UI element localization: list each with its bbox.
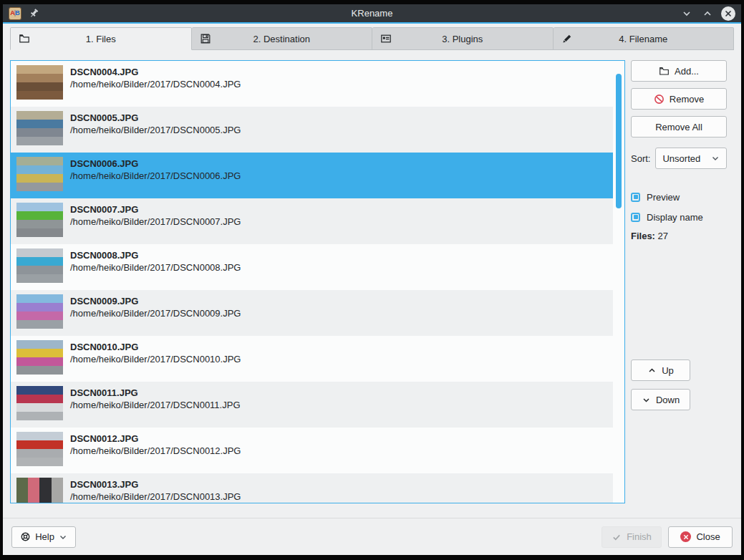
file-path: /home/heiko/Bilder/2017/DSCN0004.JPG bbox=[70, 78, 241, 90]
tab-files-label: 1. Files bbox=[11, 34, 191, 44]
file-name: DSCN0004.JPG bbox=[70, 66, 241, 78]
chevron-up-icon bbox=[647, 366, 657, 375]
tab-filename[interactable]: 4. Filename bbox=[554, 27, 735, 50]
file-name: DSCN0013.JPG bbox=[70, 478, 241, 491]
file-list[interactable]: DSCN0004.JPG/home/heiko/Bilder/2017/DSCN… bbox=[10, 60, 625, 503]
help-button[interactable]: Help bbox=[11, 526, 76, 548]
file-name: DSCN0012.JPG bbox=[70, 433, 241, 445]
maximize-button[interactable] bbox=[700, 6, 715, 21]
tab-plugins[interactable]: 3. Plugins bbox=[372, 27, 554, 50]
add-button-label: Add... bbox=[675, 66, 699, 77]
remove-icon bbox=[654, 94, 665, 105]
scrollbar-track[interactable] bbox=[613, 61, 624, 503]
sort-dropdown[interactable]: Unsorted bbox=[655, 148, 727, 169]
files-count-value: 27 bbox=[658, 231, 668, 241]
tab-filename-label: 4. Filename bbox=[554, 34, 734, 44]
window-title: KRename bbox=[3, 8, 741, 19]
pencil-icon bbox=[561, 33, 573, 44]
file-path: /home/heiko/Bilder/2017/DSCN0010.JPG bbox=[70, 353, 241, 365]
sort-label: Sort: bbox=[631, 153, 650, 164]
file-meta: DSCN0010.JPG/home/heiko/Bilder/2017/DSCN… bbox=[70, 340, 241, 365]
footer-bar: Help Finish Close bbox=[3, 518, 741, 555]
krename-window: A|B KRename bbox=[3, 4, 741, 555]
close-button-label: Close bbox=[696, 531, 720, 542]
file-row[interactable]: DSCN0011.JPG/home/heiko/Bilder/2017/DSCN… bbox=[11, 382, 613, 428]
tab-files[interactable]: 1. Files bbox=[10, 27, 192, 50]
move-up-label: Up bbox=[662, 365, 674, 376]
file-actions-panel: Add... Remove Remove All Sort: Unsorted bbox=[631, 60, 727, 418]
close-window-button[interactable] bbox=[721, 6, 735, 21]
preview-checkbox-label: Preview bbox=[647, 192, 680, 203]
display-name-checkbox[interactable] bbox=[631, 213, 640, 222]
file-thumbnail bbox=[16, 203, 63, 237]
titlebar[interactable]: A|B KRename bbox=[3, 4, 741, 24]
file-meta: DSCN0005.JPG/home/heiko/Bilder/2017/DSCN… bbox=[70, 111, 241, 136]
file-meta: DSCN0013.JPG/home/heiko/Bilder/2017/DSCN… bbox=[70, 478, 241, 503]
remove-button-label: Remove bbox=[670, 94, 704, 105]
file-row[interactable]: DSCN0006.JPG/home/heiko/Bilder/2017/DSCN… bbox=[11, 153, 613, 198]
file-name: DSCN0005.JPG bbox=[70, 112, 241, 124]
move-down-button[interactable]: Down bbox=[631, 389, 690, 410]
display-name-checkbox-row[interactable]: Display name bbox=[631, 211, 727, 223]
file-path: /home/heiko/Bilder/2017/DSCN0013.JPG bbox=[70, 491, 241, 503]
files-count-label: Files: bbox=[631, 231, 655, 241]
file-path: /home/heiko/Bilder/2017/DSCN0009.JPG bbox=[70, 307, 241, 319]
file-name: DSCN0010.JPG bbox=[70, 341, 241, 353]
file-name: DSCN0009.JPG bbox=[70, 295, 241, 307]
sort-dropdown-value: Unsorted bbox=[662, 153, 700, 164]
finish-button[interactable]: Finish bbox=[602, 526, 662, 548]
move-down-label: Down bbox=[656, 395, 680, 405]
file-meta: DSCN0004.JPG/home/heiko/Bilder/2017/DSCN… bbox=[70, 65, 241, 90]
file-row[interactable]: DSCN0007.JPG/home/heiko/Bilder/2017/DSCN… bbox=[11, 198, 613, 244]
save-icon bbox=[200, 33, 211, 44]
finish-button-label: Finish bbox=[627, 531, 652, 542]
file-path: /home/heiko/Bilder/2017/DSCN0012.JPG bbox=[70, 445, 241, 457]
file-row[interactable]: DSCN0012.JPG/home/heiko/Bilder/2017/DSCN… bbox=[11, 428, 613, 473]
file-row[interactable]: DSCN0013.JPG/home/heiko/Bilder/2017/DSCN… bbox=[11, 473, 613, 503]
preview-checkbox[interactable] bbox=[631, 193, 640, 202]
file-thumbnail bbox=[16, 432, 63, 466]
file-row[interactable]: DSCN0010.JPG/home/heiko/Bilder/2017/DSCN… bbox=[11, 336, 613, 382]
krename-app-icon: A|B bbox=[9, 7, 21, 20]
folder-icon bbox=[19, 33, 30, 44]
file-meta: DSCN0007.JPG/home/heiko/Bilder/2017/DSCN… bbox=[70, 203, 241, 228]
tab-plugins-label: 3. Plugins bbox=[372, 34, 553, 44]
check-icon bbox=[612, 532, 622, 542]
remove-button[interactable]: Remove bbox=[631, 88, 727, 110]
file-path: /home/heiko/Bilder/2017/DSCN0006.JPG bbox=[70, 170, 241, 182]
file-row[interactable]: DSCN0008.JPG/home/heiko/Bilder/2017/DSCN… bbox=[11, 244, 613, 290]
scrollbar-thumb[interactable] bbox=[616, 74, 622, 208]
remove-all-button[interactable]: Remove All bbox=[631, 116, 727, 137]
file-meta: DSCN0011.JPG/home/heiko/Bilder/2017/DSCN… bbox=[70, 386, 241, 411]
file-name: DSCN0007.JPG bbox=[70, 203, 241, 216]
file-thumbnail bbox=[16, 157, 63, 191]
file-thumbnail bbox=[16, 65, 63, 100]
file-row[interactable]: DSCN0004.JPG/home/heiko/Bilder/2017/DSCN… bbox=[11, 61, 613, 107]
add-folder-icon bbox=[659, 66, 670, 77]
file-row[interactable]: DSCN0005.JPG/home/heiko/Bilder/2017/DSCN… bbox=[11, 107, 613, 153]
close-button[interactable]: Close bbox=[668, 526, 733, 548]
file-meta: DSCN0009.JPG/home/heiko/Bilder/2017/DSCN… bbox=[70, 294, 241, 319]
file-path: /home/heiko/Bilder/2017/DSCN0005.JPG bbox=[70, 124, 241, 136]
add-button[interactable]: Add... bbox=[631, 60, 727, 82]
minimize-button[interactable] bbox=[680, 6, 694, 21]
wizard-tabbar: 1. Files 2. Destination bbox=[10, 27, 734, 50]
preview-checkbox-row[interactable]: Preview bbox=[631, 190, 727, 203]
file-path: /home/heiko/Bilder/2017/DSCN0007.JPG bbox=[70, 216, 241, 228]
file-path: /home/heiko/Bilder/2017/DSCN0011.JPG bbox=[70, 399, 241, 411]
file-row[interactable]: DSCN0009.JPG/home/heiko/Bilder/2017/DSCN… bbox=[11, 290, 613, 336]
file-meta: DSCN0008.JPG/home/heiko/Bilder/2017/DSCN… bbox=[70, 248, 241, 274]
tab-destination[interactable]: 2. Destination bbox=[192, 27, 373, 50]
chevron-down-icon bbox=[59, 533, 67, 541]
file-name: DSCN0008.JPG bbox=[70, 249, 241, 261]
file-thumbnail bbox=[16, 478, 63, 503]
file-path: /home/heiko/Bilder/2017/DSCN0008.JPG bbox=[70, 261, 241, 274]
files-count: Files: 27 bbox=[631, 231, 727, 241]
pin-icon[interactable] bbox=[29, 8, 39, 19]
move-up-button[interactable]: Up bbox=[631, 359, 690, 381]
app-icon-letter-b: B bbox=[15, 10, 20, 16]
chevron-down-icon bbox=[711, 154, 720, 163]
file-name: DSCN0011.JPG bbox=[70, 387, 241, 399]
files-page: DSCN0004.JPG/home/heiko/Bilder/2017/DSCN… bbox=[3, 50, 741, 518]
file-thumbnail bbox=[16, 248, 63, 283]
